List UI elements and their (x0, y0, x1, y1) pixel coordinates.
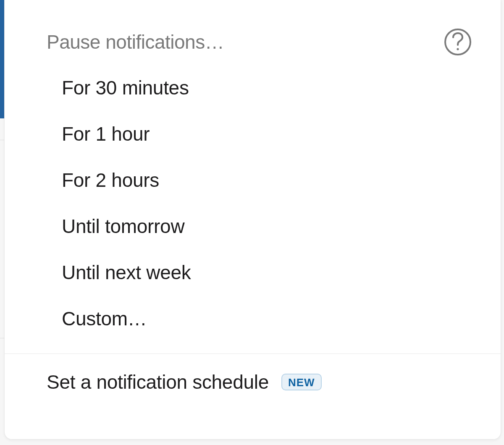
pause-until-tomorrow[interactable]: Until tomorrow (5, 203, 501, 249)
menu-item-label: Until next week (62, 261, 191, 284)
menu-title: Pause notifications… (47, 31, 224, 53)
footer-label: Set a notification schedule (47, 371, 269, 393)
pause-30-minutes[interactable]: For 30 minutes (5, 65, 501, 111)
pause-until-next-week[interactable]: Until next week (5, 249, 501, 296)
pause-custom[interactable]: Custom… (5, 296, 501, 342)
menu-item-label: For 2 hours (62, 169, 159, 191)
set-notification-schedule[interactable]: Set a notification schedule NEW (5, 354, 501, 393)
menu-item-label: For 1 hour (62, 123, 150, 145)
pause-1-hour[interactable]: For 1 hour (5, 111, 501, 157)
help-button[interactable] (444, 29, 471, 55)
pause-2-hours[interactable]: For 2 hours (5, 157, 501, 203)
menu-items: For 30 minutes For 1 hour For 2 hours Un… (5, 60, 501, 342)
pause-notifications-menu: Pause notifications… For 30 minutes For … (4, 0, 501, 440)
help-icon (452, 32, 464, 52)
menu-item-label: For 30 minutes (62, 76, 189, 99)
svg-point-0 (457, 48, 459, 50)
new-badge: NEW (281, 374, 322, 390)
notifications-menu-panel: Pause notifications… For 30 minutes For … (0, 0, 504, 445)
menu-item-label: Custom… (62, 307, 147, 330)
menu-item-label: Until tomorrow (62, 215, 184, 238)
menu-header: Pause notifications… (5, 24, 501, 60)
